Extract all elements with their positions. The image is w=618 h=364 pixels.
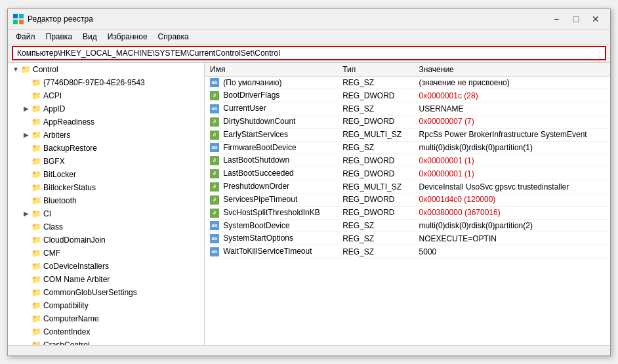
tree-label: BitlockerStatus [43,183,96,192]
tree-item-bitlocker[interactable]: 📁 BitLocker [8,168,204,181]
table-row[interactable]: ab SystemStartOptionsREG_SZNOEXECUTE=OPT… [205,232,610,245]
table-row[interactable]: ∂ EarlyStartServicesREG_MULTI_SZRpcSs Po… [205,128,610,141]
reg-entry-name: ∂ EarlyStartServices [205,128,337,141]
folder-icon: 📁 [31,301,41,310]
table-row[interactable]: ∂ LastBootShutdownREG_DWORD0x00000001 (1… [205,154,610,167]
reg-entry-name: ∂ LastBootSucceeded [205,167,337,180]
tree-label: COM Name Arbiter [43,275,110,284]
table-row[interactable]: ∂ BootDriverFlagsREG_DWORD0x0000001c (28… [205,89,610,102]
maximize-button[interactable]: □ [567,12,585,26]
reg-entry-value: USERNAME [414,102,610,115]
close-button[interactable]: ✕ [587,12,605,26]
tree-item-compatibility[interactable]: 📁 Compatibility [8,299,204,312]
folder-icon: 📁 [31,104,41,113]
table-row[interactable]: ∂ PreshutdownOrderREG_MULTI_SZDeviceInst… [205,180,610,193]
tree-item-computername[interactable]: 📁 ComputerName [8,312,204,325]
menu-edit[interactable]: Правка [41,31,78,43]
tree-item-bitlockerstatus[interactable]: 📁 BitlockerStatus [8,181,204,194]
minimize-button[interactable]: − [547,12,566,26]
registry-editor-window: Редактор реестра − □ ✕ Файл Правка Вид И… [7,9,611,356]
table-row[interactable]: ab SystemBootDeviceREG_SZmulti(0)disk(0)… [205,219,610,232]
reg-entry-type: REG_MULTI_SZ [337,180,413,193]
tree-item-bgfx[interactable]: 📁 BGFX [8,155,204,168]
reg-entry-value: 0x00000007 (7) [414,115,610,128]
table-row[interactable]: ∂ LastBootSucceededREG_DWORD0x00000001 (… [205,167,610,180]
tree-item-commonglobusersettings[interactable]: 📁 CommonGlobUserSettings [8,286,204,299]
col-type: Тип [337,63,413,77]
tree-label: BGFX [43,157,65,166]
menu-view[interactable]: Вид [77,31,102,43]
address-bar [8,45,610,63]
reg-entry-type: REG_MULTI_SZ [337,128,413,141]
tree-item-codeviceinstallers[interactable]: 📁 CoDeviceInstallers [8,260,204,273]
tree-item-ci[interactable]: ▶ 📁 CI [8,207,204,220]
tree-item-crashcontrol[interactable]: 📁 CrashControl [8,338,204,345]
table-row[interactable]: ∂ SvcHostSplitThresholdInKBREG_DWORD0x00… [205,206,610,219]
menu-bar: Файл Правка Вид Избранное Справка [8,30,610,45]
tree-item-appid[interactable]: ▶ 📁 AppID [8,102,204,115]
tree-item-acpi[interactable]: 📁 ACPI [8,89,204,102]
table-row[interactable]: ab WaitToKillServiceTimeoutREG_SZ5000 [205,245,610,258]
svg-rect-3 [19,20,24,24]
tree-label: AppReadiness [43,117,94,127]
tree-item-appreadiness[interactable]: 📁 AppReadiness [8,115,204,129]
reg-entry-type: REG_DWORD [337,193,413,206]
reg-entry-value: (значение не присвоено) [414,76,610,89]
address-input[interactable] [12,46,606,60]
folder-icon: 📁 [31,288,41,297]
tree-item-cmf[interactable]: 📁 CMF [8,247,204,260]
expand-icon: ▶ [21,131,31,138]
tree-item-backuprestore[interactable]: 📁 BackupRestore [8,142,204,155]
reg-entry-name: ∂ ServicesPipeTimeout [205,193,337,206]
reg-entry-type: REG_SZ [337,141,413,154]
reg-entry-type: REG_DWORD [337,89,413,102]
reg-entry-name: ab FirmwareBootDevice [205,141,337,154]
reg-entry-value: 5000 [414,245,610,258]
tree-item-comnamearbiter[interactable]: 📁 COM Name Arbiter [8,273,204,286]
folder-icon: 📁 [31,209,41,218]
tree-item-contentindex[interactable]: 📁 ContentIndex [8,325,204,338]
title-bar: Редактор реестра − □ ✕ [8,9,610,30]
tree-label: CMF [43,249,60,258]
reg-entry-value: 0x0001d4c0 (120000) [414,193,610,206]
svg-rect-2 [13,20,18,24]
folder-icon: 📁 [31,157,41,166]
tree-pane: ▼ 📁 Control 📁 {7746D80F-97E0-4E26-9543 📁… [8,63,205,345]
reg-entry-value: RpcSs Power BrokerInfrastructure SystemE… [414,128,610,141]
table-row[interactable]: ab (По умолчанию)REG_SZ(значение не прис… [205,76,610,89]
reg-entry-type: REG_DWORD [337,154,413,167]
reg-entry-name: ∂ DirtyShutdownCount [205,115,337,128]
tree-label: AppID [43,104,65,113]
reg-entry-type: REG_SZ [337,76,413,89]
reg-entry-value: multi(0)disk(0)rdisk(0)partition(2) [414,219,610,232]
bottom-scrollbar[interactable] [8,345,610,355]
tree-item-class[interactable]: 📁 Class [8,220,204,233]
tree-label: CommonGlobUserSettings [43,288,137,297]
tree-label: ACPI [43,91,62,100]
table-row[interactable]: ∂ ServicesPipeTimeoutREG_DWORD0x0001d4c0… [205,193,610,206]
reg-entry-value: 0x00000001 (1) [414,154,610,167]
table-row[interactable]: ∂ DirtyShutdownCountREG_DWORD0x00000007 … [205,115,610,128]
reg-entry-type: REG_SZ [337,232,413,245]
scrollbar-track [8,346,610,355]
expand-icon: ▶ [21,210,31,217]
tree-item-arbiters[interactable]: ▶ 📁 Arbiters [8,129,204,142]
reg-entry-value: DeviceInstall UsoSvc gpsvc trustedinstal… [414,180,610,193]
menu-favorites[interactable]: Избранное [102,31,153,43]
tree-item-guid[interactable]: 📁 {7746D80F-97E0-4E26-9543 [8,76,204,89]
menu-help[interactable]: Справка [153,31,194,43]
folder-icon: 📁 [31,144,41,153]
menu-file[interactable]: Файл [10,31,41,43]
reg-entry-name: ∂ SvcHostSplitThresholdInKB [205,206,337,219]
folder-icon: 📁 [31,170,41,179]
reg-entry-name: ∂ BootDriverFlags [205,89,337,102]
tree-label: {7746D80F-97E0-4E26-9543 [43,78,145,87]
table-row[interactable]: ab CurrentUserREG_SZUSERNAME [205,102,610,115]
table-row[interactable]: ab FirmwareBootDeviceREG_SZmulti(0)disk(… [205,141,610,154]
tree-item-bluetooth[interactable]: 📁 Bluetooth [8,194,204,207]
folder-icon: 📁 [31,314,41,323]
tree-label: Control [33,65,58,74]
reg-entry-type: REG_DWORD [337,115,413,128]
tree-item-clouddomainjoin[interactable]: 📁 CloudDomainJoin [8,233,204,247]
tree-item-control[interactable]: ▼ 📁 Control [8,63,204,76]
